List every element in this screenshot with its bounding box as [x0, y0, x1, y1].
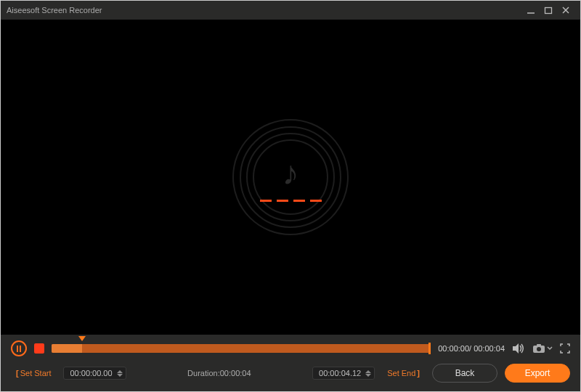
- end-time-value: 00:00:04.12: [319, 369, 361, 377]
- seek-track-background: [52, 344, 431, 353]
- set-end-label: Set End: [387, 369, 415, 377]
- duration-label: Duration:00:00:04: [187, 369, 251, 377]
- svg-rect-6: [537, 344, 541, 346]
- chevron-down-icon: [547, 346, 553, 351]
- level-dashes: [260, 200, 322, 202]
- close-button[interactable]: [557, 6, 574, 15]
- start-time-spinner[interactable]: [117, 370, 123, 377]
- svg-marker-4: [513, 343, 519, 354]
- spinner-down-icon[interactable]: [365, 374, 371, 377]
- app-title: Aiseesoft Screen Recorder: [7, 6, 102, 15]
- controls-panel: 00:00:00/ 00:00:04: [1, 335, 580, 391]
- svg-point-7: [537, 347, 541, 351]
- title-bar: Aiseesoft Screen Recorder: [1, 1, 580, 20]
- export-button[interactable]: Export: [505, 364, 570, 383]
- start-time-value: 00:00:00.00: [70, 369, 112, 377]
- minimize-button[interactable]: [522, 6, 540, 15]
- audio-placeholder: ♪: [232, 119, 349, 235]
- preview-stage: ♪: [1, 20, 580, 335]
- stop-button[interactable]: [34, 343, 44, 354]
- back-button[interactable]: Back: [432, 364, 497, 383]
- time-readout: 00:00:00/ 00:00:04: [438, 344, 505, 353]
- start-time-field[interactable]: 00:00:00.00: [63, 367, 126, 380]
- camera-icon: [532, 343, 545, 354]
- export-button-label: Export: [525, 368, 550, 378]
- pause-button[interactable]: [11, 340, 27, 356]
- end-time-spinner[interactable]: [365, 370, 371, 377]
- pause-icon: [17, 346, 21, 352]
- set-end-button[interactable]: Set End ]: [382, 364, 425, 382]
- clip-start-marker[interactable]: [78, 336, 86, 341]
- set-start-label: Set Start: [20, 369, 52, 377]
- seek-track-fill: [52, 344, 82, 353]
- playback-row: 00:00:00/ 00:00:04: [11, 340, 570, 356]
- fullscreen-button[interactable]: [560, 343, 570, 354]
- end-time-field[interactable]: 00:00:04.12: [312, 367, 375, 380]
- bracket-left-icon: [: [16, 369, 19, 377]
- spinner-down-icon[interactable]: [117, 374, 123, 377]
- svg-rect-1: [545, 8, 552, 14]
- music-note-icon: ♪: [283, 153, 299, 192]
- clip-end-marker[interactable]: [428, 343, 431, 354]
- spinner-up-icon[interactable]: [365, 370, 371, 373]
- maximize-button[interactable]: [540, 6, 557, 15]
- clip-row: [ Set Start 00:00:00.00 Duration:00:00:0…: [11, 364, 570, 391]
- volume-button[interactable]: [512, 343, 525, 354]
- back-button-label: Back: [455, 368, 475, 378]
- seek-track[interactable]: [52, 342, 431, 355]
- set-start-button[interactable]: [ Set Start: [11, 364, 56, 382]
- snapshot-dropdown[interactable]: [532, 343, 553, 354]
- app-window: Aiseesoft Screen Recorder ♪: [0, 0, 581, 392]
- bracket-right-icon: ]: [417, 369, 420, 377]
- spinner-up-icon[interactable]: [117, 370, 123, 373]
